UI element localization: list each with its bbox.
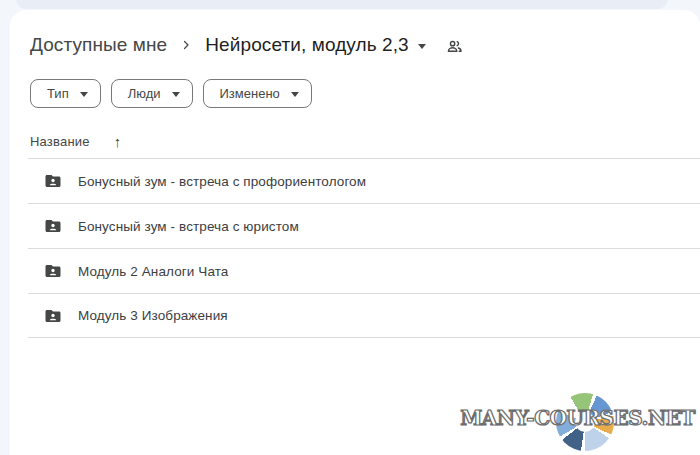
files-panel: Доступные мне Нейросети, модуль 2,3 Тип (10, 10, 700, 455)
chevron-down-icon (172, 92, 180, 97)
sort-ascending-icon[interactable]: ↑ (114, 134, 122, 149)
folder-name: Модуль 2 Аналоги Чата (78, 264, 228, 279)
folder-row[interactable]: Бонусный зум - встреча с юристом (28, 203, 700, 248)
filter-chip-modified-label: Изменено (220, 86, 280, 101)
folder-name: Модуль 3 Изображения (78, 308, 228, 323)
filter-chip-people-label: Люди (128, 86, 161, 101)
breadcrumb: Доступные мне Нейросети, модуль 2,3 (30, 31, 464, 59)
breadcrumb-shared-with-me[interactable]: Доступные мне (30, 34, 167, 56)
column-header-name[interactable]: Название (30, 134, 90, 149)
folder-shared-icon (44, 172, 62, 190)
chevron-down-icon (80, 92, 88, 97)
chevron-down-icon (291, 92, 299, 97)
filter-chip-modified[interactable]: Изменено (203, 79, 312, 108)
folder-shared-icon (44, 307, 62, 325)
folder-shared-icon (44, 217, 62, 235)
filter-chip-type[interactable]: Тип (30, 79, 101, 108)
google-drive-folder-view: Доступные мне Нейросети, модуль 2,3 Тип (0, 0, 700, 455)
people-icon[interactable] (445, 37, 464, 56)
folder-row[interactable]: Бонусный зум - встреча с профориентолого… (28, 158, 700, 203)
folder-shared-icon (44, 262, 62, 280)
top-banner-remnant (16, 0, 668, 9)
file-list: Бонусный зум - встреча с профориентолого… (28, 158, 700, 338)
chevron-right-icon (180, 39, 192, 51)
breadcrumb-current-folder[interactable]: Нейросети, модуль 2,3 (205, 34, 409, 56)
folder-name: Бонусный зум - встреча с юристом (78, 219, 299, 234)
filter-chips: Тип Люди Изменено (30, 79, 312, 108)
folder-row[interactable]: Модуль 3 Изображения (28, 293, 700, 338)
folder-name: Бонусный зум - встреча с профориентолого… (78, 174, 366, 189)
filter-chip-type-label: Тип (47, 86, 69, 101)
folder-menu-caret-icon[interactable] (418, 44, 426, 49)
folder-row[interactable]: Модуль 2 Аналоги Чата (28, 248, 700, 293)
list-header: Название ↑ (30, 130, 121, 152)
filter-chip-people[interactable]: Люди (111, 79, 193, 108)
